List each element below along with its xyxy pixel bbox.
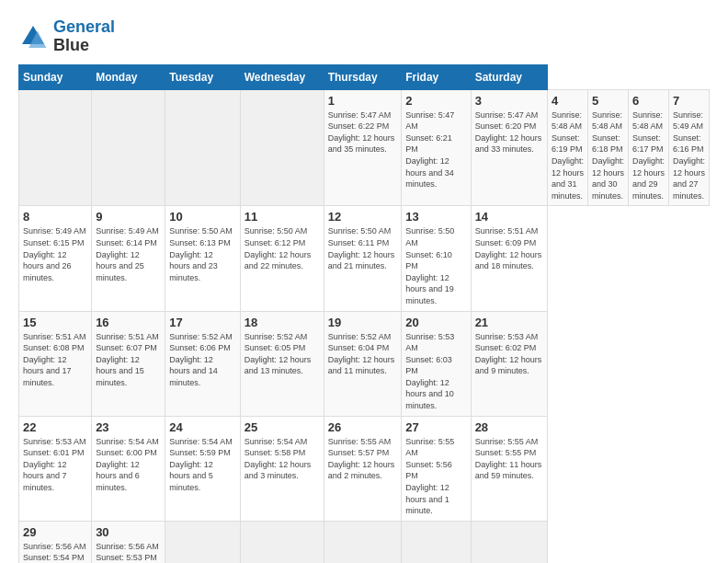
day-info: Sunrise: 5:49 AMSunset: 6:15 PMDaylight:…: [23, 225, 87, 283]
calendar-cell: [92, 89, 165, 206]
day-number: 20: [405, 316, 466, 329]
calendar-cell: 25Sunrise: 5:54 AMSunset: 5:58 PMDayligh…: [240, 416, 324, 521]
day-info: Sunrise: 5:56 AMSunset: 5:54 PMDaylight:…: [23, 541, 87, 563]
calendar-cell: [402, 521, 471, 563]
logo: General Blue: [18, 18, 115, 55]
column-header-sunday: Sunday: [19, 64, 92, 89]
calendar-cell: 4Sunrise: 5:48 AMSunset: 6:19 PMDaylight…: [547, 89, 587, 206]
calendar-cell: 2Sunrise: 5:47 AMSunset: 6:21 PMDaylight…: [402, 89, 471, 206]
day-number: 8: [23, 210, 87, 224]
day-info: Sunrise: 5:56 AMSunset: 5:53 PMDaylight:…: [96, 541, 161, 563]
day-info: Sunrise: 5:50 AMSunset: 6:12 PMDaylight:…: [245, 225, 320, 271]
day-info: Sunrise: 5:55 AMSunset: 5:56 PMDaylight:…: [405, 436, 466, 517]
day-number: 10: [169, 210, 235, 224]
day-number: 21: [475, 316, 543, 329]
calendar-cell: 28Sunrise: 5:55 AMSunset: 5:55 PMDayligh…: [471, 416, 547, 521]
day-number: 28: [475, 420, 543, 434]
column-header-saturday: Saturday: [471, 64, 547, 89]
day-number: 30: [96, 525, 161, 539]
calendar-cell: 15Sunrise: 5:51 AMSunset: 6:08 PMDayligh…: [19, 311, 92, 416]
day-info: Sunrise: 5:50 AMSunset: 6:10 PMDaylight:…: [405, 225, 466, 306]
calendar-week-2: 8Sunrise: 5:49 AMSunset: 6:15 PMDaylight…: [19, 206, 710, 311]
day-number: 22: [23, 420, 87, 434]
page-header: General Blue: [18, 18, 710, 55]
column-header-monday: Monday: [92, 64, 165, 89]
day-info: Sunrise: 5:52 AMSunset: 6:04 PMDaylight:…: [328, 331, 398, 377]
calendar-cell: [471, 521, 547, 563]
day-number: 5: [592, 94, 624, 108]
calendar-cell: 5Sunrise: 5:48 AMSunset: 6:18 PMDaylight…: [587, 89, 628, 206]
calendar-cell: 9Sunrise: 5:49 AMSunset: 6:14 PMDaylight…: [92, 206, 165, 311]
day-number: 2: [405, 94, 466, 108]
calendar-cell: 22Sunrise: 5:53 AMSunset: 6:01 PMDayligh…: [19, 416, 92, 521]
day-number: 13: [405, 210, 466, 224]
calendar-cell: 30Sunrise: 5:56 AMSunset: 5:53 PMDayligh…: [92, 521, 165, 563]
calendar-week-3: 15Sunrise: 5:51 AMSunset: 6:08 PMDayligh…: [19, 311, 710, 416]
day-info: Sunrise: 5:49 AMSunset: 6:16 PMDaylight:…: [673, 109, 705, 202]
day-number: 1: [328, 94, 398, 108]
day-info: Sunrise: 5:51 AMSunset: 6:09 PMDaylight:…: [475, 225, 543, 271]
calendar-table: SundayMondayTuesdayWednesdayThursdayFrid…: [18, 64, 710, 563]
column-header-thursday: Thursday: [324, 64, 402, 89]
day-info: Sunrise: 5:50 AMSunset: 6:11 PMDaylight:…: [328, 225, 398, 271]
day-number: 4: [552, 94, 584, 108]
day-info: Sunrise: 5:47 AMSunset: 6:20 PMDaylight:…: [475, 109, 543, 155]
day-info: Sunrise: 5:47 AMSunset: 6:22 PMDaylight:…: [328, 109, 398, 155]
calendar-cell: 17Sunrise: 5:52 AMSunset: 6:06 PMDayligh…: [165, 311, 240, 416]
calendar-cell: 21Sunrise: 5:53 AMSunset: 6:02 PMDayligh…: [471, 311, 547, 416]
calendar-cell: 20Sunrise: 5:53 AMSunset: 6:03 PMDayligh…: [402, 311, 471, 416]
day-number: 26: [328, 420, 398, 434]
day-info: Sunrise: 5:52 AMSunset: 6:05 PMDaylight:…: [245, 331, 320, 377]
day-number: 15: [23, 316, 87, 329]
calendar-cell: [165, 89, 240, 206]
day-number: 29: [23, 525, 87, 539]
calendar-week-5: 29Sunrise: 5:56 AMSunset: 5:54 PMDayligh…: [19, 521, 710, 563]
day-info: Sunrise: 5:51 AMSunset: 6:07 PMDaylight:…: [96, 331, 161, 389]
calendar-cell: 3Sunrise: 5:47 AMSunset: 6:20 PMDaylight…: [471, 89, 547, 206]
day-info: Sunrise: 5:49 AMSunset: 6:14 PMDaylight:…: [96, 225, 161, 283]
calendar-cell: 13Sunrise: 5:50 AMSunset: 6:10 PMDayligh…: [402, 206, 471, 311]
logo-icon: [18, 22, 48, 52]
day-info: Sunrise: 5:55 AMSunset: 5:57 PMDaylight:…: [328, 436, 398, 482]
calendar-cell: 19Sunrise: 5:52 AMSunset: 6:04 PMDayligh…: [324, 311, 402, 416]
calendar-week-4: 22Sunrise: 5:53 AMSunset: 6:01 PMDayligh…: [19, 416, 710, 521]
calendar-cell: [240, 89, 324, 206]
calendar-week-1: 1Sunrise: 5:47 AMSunset: 6:22 PMDaylight…: [19, 89, 710, 206]
column-header-tuesday: Tuesday: [165, 64, 240, 89]
calendar-cell: [240, 521, 324, 563]
day-number: 16: [96, 316, 161, 329]
column-header-friday: Friday: [402, 64, 471, 89]
day-number: 11: [245, 210, 320, 224]
calendar-cell: 14Sunrise: 5:51 AMSunset: 6:09 PMDayligh…: [471, 206, 547, 311]
calendar-cell: 26Sunrise: 5:55 AMSunset: 5:57 PMDayligh…: [324, 416, 402, 521]
calendar-cell: 11Sunrise: 5:50 AMSunset: 6:12 PMDayligh…: [240, 206, 324, 311]
calendar-cell: 8Sunrise: 5:49 AMSunset: 6:15 PMDaylight…: [19, 206, 92, 311]
day-number: 24: [169, 420, 235, 434]
day-number: 23: [96, 420, 161, 434]
day-info: Sunrise: 5:55 AMSunset: 5:55 PMDaylight:…: [475, 436, 543, 482]
day-info: Sunrise: 5:53 AMSunset: 6:01 PMDaylight:…: [23, 436, 87, 494]
day-info: Sunrise: 5:47 AMSunset: 6:21 PMDaylight:…: [405, 109, 466, 190]
calendar-cell: 18Sunrise: 5:52 AMSunset: 6:05 PMDayligh…: [240, 311, 324, 416]
day-number: 9: [96, 210, 161, 224]
calendar-cell: [19, 89, 92, 206]
day-info: Sunrise: 5:50 AMSunset: 6:13 PMDaylight:…: [169, 225, 235, 283]
day-info: Sunrise: 5:54 AMSunset: 5:58 PMDaylight:…: [245, 436, 320, 482]
day-info: Sunrise: 5:54 AMSunset: 5:59 PMDaylight:…: [169, 436, 235, 494]
calendar-cell: 27Sunrise: 5:55 AMSunset: 5:56 PMDayligh…: [402, 416, 471, 521]
calendar-cell: 1Sunrise: 5:47 AMSunset: 6:22 PMDaylight…: [324, 89, 402, 206]
day-number: 3: [475, 94, 543, 108]
day-info: Sunrise: 5:53 AMSunset: 6:02 PMDaylight:…: [475, 331, 543, 377]
day-number: 25: [245, 420, 320, 434]
day-number: 7: [673, 94, 705, 108]
day-number: 27: [405, 420, 466, 434]
calendar-cell: 7Sunrise: 5:49 AMSunset: 6:16 PMDaylight…: [668, 89, 709, 206]
calendar-cell: 12Sunrise: 5:50 AMSunset: 6:11 PMDayligh…: [324, 206, 402, 311]
day-info: Sunrise: 5:54 AMSunset: 6:00 PMDaylight:…: [96, 436, 161, 494]
logo-text: General Blue: [53, 18, 115, 55]
day-number: 14: [475, 210, 543, 224]
day-info: Sunrise: 5:48 AMSunset: 6:18 PMDaylight:…: [592, 109, 624, 202]
day-number: 12: [328, 210, 398, 224]
calendar-cell: 24Sunrise: 5:54 AMSunset: 5:59 PMDayligh…: [165, 416, 240, 521]
day-info: Sunrise: 5:48 AMSunset: 6:17 PMDaylight:…: [632, 109, 665, 202]
